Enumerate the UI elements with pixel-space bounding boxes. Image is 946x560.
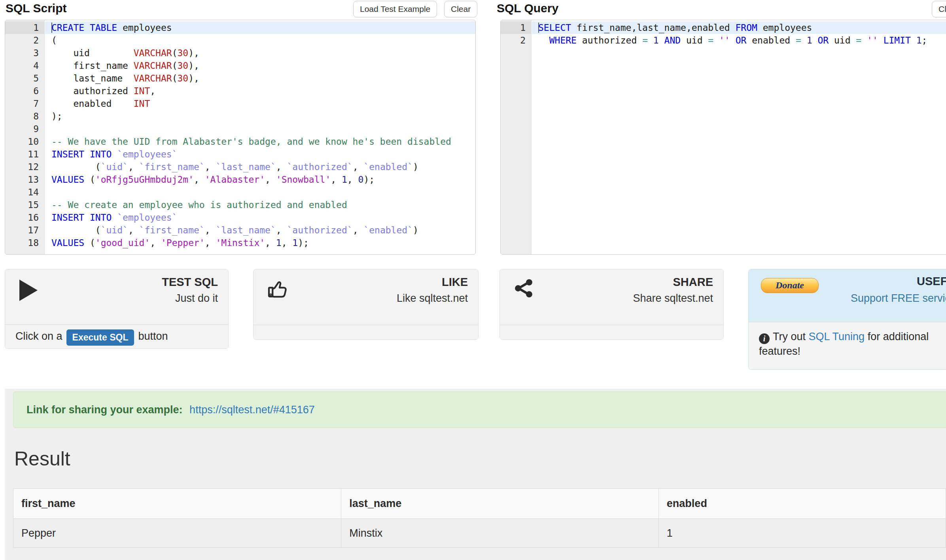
code-token-pln: , bbox=[276, 162, 287, 172]
code-token-str: 'good_uid' bbox=[95, 238, 150, 248]
code-token-pln: , bbox=[194, 174, 205, 185]
execute-sql-button[interactable]: Execute SQL bbox=[66, 329, 134, 346]
code-token-pln: employees bbox=[757, 23, 812, 33]
code-token-pln: , bbox=[265, 174, 276, 185]
share-icon bbox=[513, 277, 535, 299]
line-number: 16 bbox=[5, 211, 44, 224]
code-line[interactable]: (`uid`, `first_name`, `last_name`, `auth… bbox=[45, 161, 475, 173]
share-url-link[interactable]: https://sqltest.net/#415167 bbox=[189, 404, 315, 416]
code-token-pln: , bbox=[205, 162, 216, 172]
script-clear-button[interactable]: Clear bbox=[444, 1, 477, 17]
code-token-op: = bbox=[796, 35, 801, 45]
query-code-area[interactable]: SELECT first_name,last_name,enabled FROM… bbox=[532, 20, 946, 254]
query-clear-button[interactable]: Clear bbox=[932, 1, 946, 17]
code-line[interactable] bbox=[45, 123, 475, 135]
code-token-op: = bbox=[642, 35, 648, 45]
load-test-example-button[interactable]: Load Test Example bbox=[353, 1, 437, 17]
like-card[interactable]: LIKE Like sqltest.net bbox=[253, 269, 479, 340]
code-line[interactable]: INSERT INTO `employees` bbox=[45, 148, 475, 161]
result-cell: Minstix bbox=[341, 519, 659, 548]
code-token-pln: ( bbox=[84, 174, 95, 185]
code-line[interactable]: first_name VARCHAR(30), bbox=[45, 59, 475, 72]
donate-button[interactable]: Donate bbox=[761, 278, 819, 293]
line-number: 8 bbox=[5, 110, 44, 123]
useful-title: USEFUL bbox=[917, 275, 946, 288]
code-token-pln: , bbox=[150, 86, 155, 96]
sql-tuning-hint: iTry out SQL Tuning for additional featu… bbox=[759, 329, 941, 359]
line-number: 15 bbox=[5, 199, 44, 211]
result-cell: Pepper bbox=[13, 519, 341, 548]
code-line[interactable]: ); bbox=[45, 110, 475, 123]
code-token-str: 'oRfjg5uGHmbduj2m' bbox=[95, 174, 194, 185]
code-line[interactable]: INSERT INTO `employees` bbox=[45, 211, 475, 224]
code-token-btk: `enabled` bbox=[363, 162, 413, 172]
code-line[interactable]: VALUES ('good_uid', 'Pepper', 'Minstix',… bbox=[45, 236, 475, 249]
code-token-pln: , bbox=[265, 238, 276, 248]
code-line[interactable]: -- We create an employee who is authoriz… bbox=[45, 199, 475, 211]
script-code-area[interactable]: CREATE TABLE employees( uid VARCHAR(30),… bbox=[45, 20, 475, 254]
code-token-kw: CREATE TABLE bbox=[51, 23, 117, 33]
sql-script-editor[interactable]: 123456789101112131415161718 CREATE TABLE… bbox=[5, 20, 476, 255]
code-token-pln: authorized bbox=[577, 35, 642, 45]
code-token-pln: , bbox=[128, 162, 139, 172]
code-line[interactable]: WHERE authorized = 1 AND uid = '' OR ena… bbox=[532, 34, 946, 47]
code-token-cm: -- We have the UID from Alabaster's badg… bbox=[51, 136, 451, 147]
code-token-pln bbox=[538, 35, 549, 45]
like-title: LIKE bbox=[442, 276, 468, 289]
code-token-pln: , bbox=[128, 225, 139, 235]
code-token-pln: , bbox=[353, 162, 364, 172]
code-token-num: 0 bbox=[358, 174, 364, 185]
sql-query-editor[interactable]: 12 SELECT first_name,last_name,enabled F… bbox=[500, 20, 946, 255]
code-token-num: 1 bbox=[807, 35, 812, 45]
code-token-btk: `authorized` bbox=[287, 162, 352, 172]
code-line[interactable]: enabled INT bbox=[45, 97, 475, 110]
code-line[interactable]: (`uid`, `first_name`, `last_name`, `auth… bbox=[45, 224, 475, 236]
code-token-num: 1 bbox=[916, 35, 922, 45]
line-number: 4 bbox=[5, 59, 44, 72]
result-row: PepperMinstix1 bbox=[13, 519, 946, 548]
code-line[interactable]: ( bbox=[45, 34, 475, 47]
test-sql-card[interactable]: TEST SQL Just do it Click on aExecute SQ… bbox=[5, 269, 229, 349]
code-token-num: 1 bbox=[276, 238, 282, 248]
code-line[interactable]: uid VARCHAR(30), bbox=[45, 47, 475, 59]
line-number: 10 bbox=[5, 135, 44, 148]
code-line[interactable]: authorized INT, bbox=[45, 85, 475, 97]
code-token-kw: SELECT bbox=[538, 23, 571, 33]
line-number: 14 bbox=[5, 186, 44, 199]
code-token-pln: last_name bbox=[51, 73, 134, 83]
share-card[interactable]: SHARE Share sqltest.net bbox=[499, 269, 724, 340]
line-number: 9 bbox=[5, 123, 44, 135]
code-token-pln: ), bbox=[188, 61, 199, 71]
code-token-op: = bbox=[708, 35, 713, 45]
code-line[interactable] bbox=[45, 186, 475, 199]
code-token-kw: VALUES bbox=[51, 238, 84, 248]
code-token-typ: VARCHAR bbox=[134, 48, 172, 58]
result-table: first_namelast_nameenabled PepperMinstix… bbox=[13, 488, 946, 548]
code-token-pln: uid bbox=[681, 35, 708, 45]
code-token-btk: `employees` bbox=[117, 212, 177, 223]
share-link-alert: Link for sharing your example: https://s… bbox=[13, 392, 946, 428]
line-number: 2 bbox=[501, 34, 531, 47]
code-token-pln: ( bbox=[51, 162, 101, 172]
code-token-btk: `uid` bbox=[101, 225, 128, 235]
code-token-kw: INSERT INTO bbox=[51, 212, 112, 223]
code-token-pln: , bbox=[353, 225, 364, 235]
code-line[interactable]: last_name VARCHAR(30), bbox=[45, 72, 475, 85]
line-number: 18 bbox=[5, 236, 44, 249]
code-token-pln: , bbox=[205, 225, 216, 235]
code-line[interactable]: SELECT first_name,last_name,enabled FROM… bbox=[532, 21, 946, 34]
code-line[interactable]: CREATE TABLE employees bbox=[45, 21, 475, 34]
code-token-pln: ); bbox=[51, 111, 62, 121]
code-token-kw: LIMIT bbox=[884, 35, 911, 45]
code-token-pln: uid bbox=[829, 35, 856, 45]
sql-tuning-link[interactable]: SQL Tuning bbox=[809, 331, 865, 342]
result-section: Link for sharing your example: https://s… bbox=[5, 389, 946, 560]
code-token-typ: 30 bbox=[178, 73, 189, 83]
line-number: 2 bbox=[5, 34, 44, 47]
code-token-btk: `uid` bbox=[101, 162, 128, 172]
code-token-op: = bbox=[856, 35, 861, 45]
code-line[interactable]: VALUES ('oRfjg5uGHmbduj2m', 'Alabaster',… bbox=[45, 173, 475, 186]
code-line[interactable]: -- We have the UID from Alabaster's badg… bbox=[45, 135, 475, 148]
code-token-num: 1 bbox=[653, 35, 659, 45]
code-token-btk: `enabled` bbox=[363, 225, 413, 235]
